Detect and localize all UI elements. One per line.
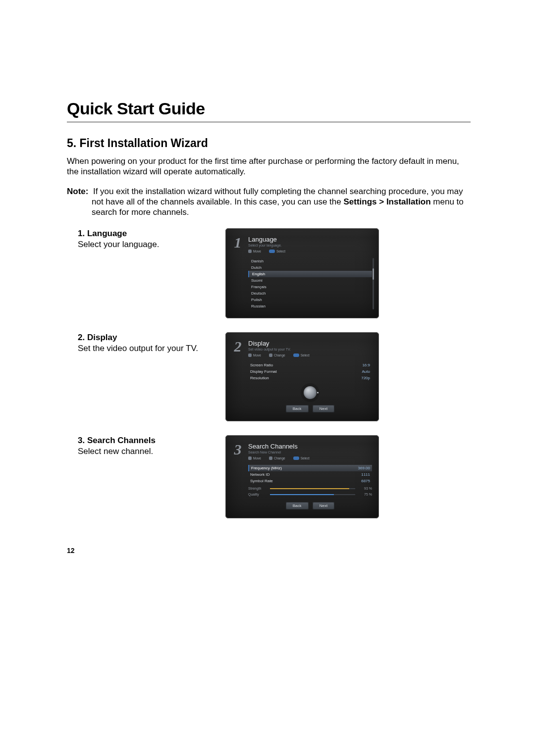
scrollbar[interactable] <box>373 258 374 309</box>
setting-value: 16:9 <box>362 363 370 367</box>
setting-row[interactable]: Screen Ratio 16:9 <box>248 362 372 368</box>
lang-option[interactable]: Deutsch <box>248 290 372 297</box>
hint-select: Select <box>269 249 285 253</box>
hint-move: Move <box>248 249 261 253</box>
wizard-title: Language <box>248 236 285 243</box>
hint-move: Move <box>248 353 261 357</box>
quality-label: Quality <box>248 493 267 496</box>
section-heading: 5. First Installation Wizard <box>67 137 471 150</box>
lang-option[interactable]: Polish <box>248 297 372 303</box>
strength-label: Strength <box>248 487 267 490</box>
hint-select: Select <box>293 353 310 357</box>
wizard-hints: Move Change Select <box>248 353 310 357</box>
wizard-title: Display <box>248 340 310 347</box>
step-3-num: 3. <box>78 436 85 445</box>
setting-row[interactable]: Symbol Rate 6875 <box>248 478 372 484</box>
setting-key: Symbol Rate <box>250 479 273 483</box>
setting-row[interactable]: Display Format Auto <box>248 368 372 375</box>
wizard-subtitle: Set video output to your TV. <box>248 348 310 351</box>
setting-key: Display Format <box>250 369 277 374</box>
hint-change: Change <box>269 353 285 357</box>
hint-change: Change <box>269 456 285 460</box>
lang-option[interactable]: Suomi <box>248 277 372 284</box>
wizard-title: Search Channels <box>248 443 310 450</box>
note-bold: Settings > Installation <box>343 197 430 206</box>
intro-text: When powering on your product for the fi… <box>67 156 471 177</box>
step-2: 2. Display Set the video output for your… <box>67 332 471 421</box>
step-1-num: 1. <box>78 229 85 238</box>
step-1: 1. Language Select your language. 1 Lang… <box>67 228 471 318</box>
step-2-title: Display <box>87 333 117 342</box>
setting-value: 6875 <box>361 479 370 483</box>
step-2-text: 2. Display Set the video output for your… <box>67 332 225 353</box>
setting-value: 720p <box>361 376 370 380</box>
signal-strength-row: Strength 93 % <box>248 487 372 490</box>
step-2-num: 2. <box>78 333 85 342</box>
setting-key: Screen Ratio <box>250 363 273 367</box>
back-button[interactable]: Back <box>286 502 309 509</box>
strength-meter <box>270 488 355 489</box>
setting-value: 369.00 <box>358 466 370 470</box>
dial-icon <box>304 386 317 399</box>
hint-move: Move <box>248 456 261 460</box>
lang-option[interactable]: Danish <box>248 258 372 264</box>
wizard-step-number: 2 <box>232 340 243 353</box>
lang-option-selected[interactable]: English <box>248 271 372 277</box>
note-label: Note: <box>67 187 88 196</box>
divider <box>67 121 471 123</box>
wizard-hints: Move Select <box>248 249 285 253</box>
screenshot-display: 2 Display Set video output to your TV. M… <box>225 332 379 421</box>
step-3-title: Search Channels <box>87 436 156 445</box>
screenshot-search: 3 Search Channels Search New Channel Mov… <box>225 435 379 518</box>
strength-value: 93 % <box>358 487 372 490</box>
step-3-desc: Select new channel. <box>78 447 153 456</box>
quality-value: 75 % <box>358 493 372 496</box>
wizard-subtitle: Select your language. <box>248 244 285 247</box>
step-1-title: Language <box>87 229 127 238</box>
setting-key: Frequency (MHz) <box>251 466 282 470</box>
back-button[interactable]: Back <box>286 405 309 412</box>
wizard-step-number: 3 <box>232 443 243 456</box>
wizard-hints: Move Change Select <box>248 456 310 460</box>
lang-option[interactable]: Dutch <box>248 264 372 271</box>
note-text: Note: If you exit the installation wizar… <box>67 186 471 218</box>
step-1-text: 1. Language Select your language. <box>67 228 225 250</box>
page-number: 12 <box>67 547 75 554</box>
setting-key: Resolution <box>250 376 269 380</box>
step-3-text: 3. Search Channels Select new channel. <box>67 435 225 456</box>
wizard-step-number: 1 <box>232 236 243 249</box>
setting-value: Auto <box>362 369 370 374</box>
lang-option[interactable]: Russian <box>248 303 372 309</box>
wizard-subtitle: Search New Channel <box>248 451 310 454</box>
step-3: 3. Search Channels Select new channel. 3… <box>67 435 471 518</box>
quality-meter <box>270 494 355 495</box>
setting-key: Network ID <box>250 472 270 477</box>
setting-value: 1111 <box>361 472 370 477</box>
step-1-desc: Select your language. <box>78 240 159 249</box>
next-button[interactable]: Next <box>313 405 334 412</box>
setting-row[interactable]: Resolution 720p <box>248 375 372 381</box>
screenshot-language: 1 Language Select your language. Move Se… <box>225 228 379 318</box>
next-button[interactable]: Next <box>313 502 334 509</box>
setting-row[interactable]: Network ID 1111 <box>248 471 372 478</box>
page-title: Quick Start Guide <box>67 99 471 118</box>
hint-select: Select <box>293 456 310 460</box>
step-2-desc: Set the video output for your TV. <box>78 344 198 353</box>
signal-quality-row: Quality 75 % <box>248 493 372 496</box>
setting-row-selected[interactable]: Frequency (MHz) 369.00 <box>248 465 372 471</box>
lang-option[interactable]: Français <box>248 284 372 290</box>
